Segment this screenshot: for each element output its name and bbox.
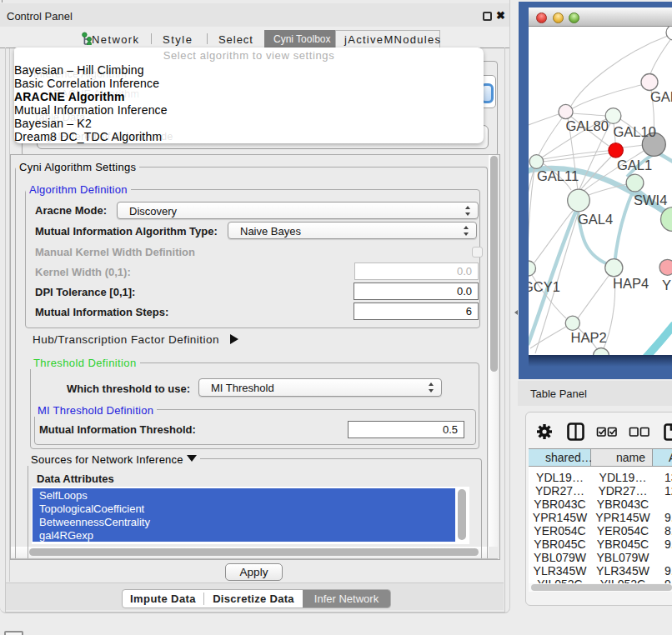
svg-text:GCY1: GCY1	[529, 279, 560, 294]
svg-text:GAL4: GAL4	[578, 212, 613, 227]
svg-text:GAL10: GAL10	[614, 124, 656, 139]
svg-text:Y: Y	[662, 278, 671, 292]
svg-text:GAL1: GAL1	[617, 158, 652, 172]
svg-text:HAP4: HAP4	[613, 276, 649, 291]
svg-text:GAL11: GAL11	[537, 168, 579, 183]
svg-text:HAP2: HAP2	[571, 330, 607, 345]
svg-text:GAL80: GAL80	[566, 118, 609, 133]
svg-text:GAL2: GAL2	[650, 89, 672, 104]
svg-text:SWI4: SWI4	[634, 192, 667, 208]
